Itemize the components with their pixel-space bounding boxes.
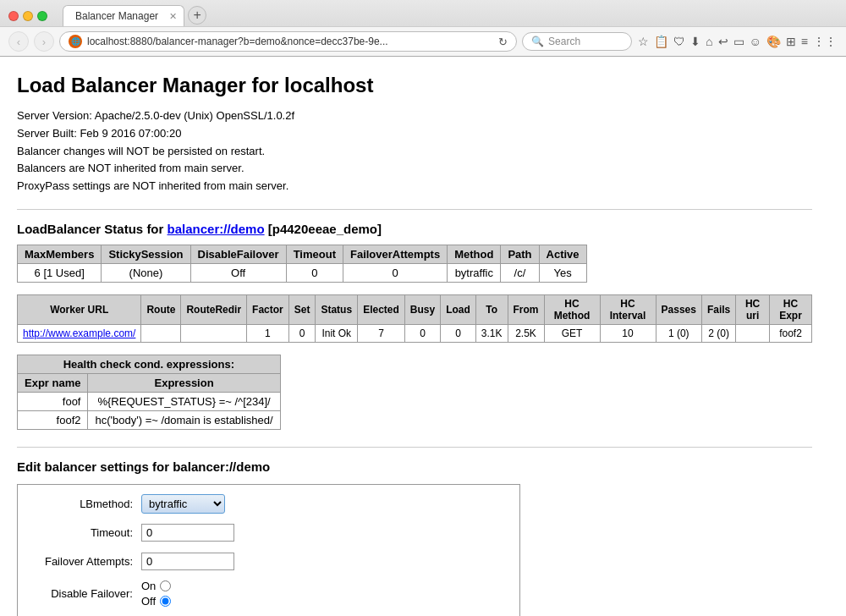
wh-routeredir: RouteRedir [181, 294, 247, 324]
worker-url-cell: http://www.example.com/ [18, 324, 141, 342]
address-bar[interactable]: 🌐 localhost:8880/balancer-manager?b=demo… [59, 31, 517, 52]
back2-icon[interactable]: ↩ [717, 33, 729, 50]
square-icon[interactable]: ▭ [733, 33, 745, 50]
edit-form-container: LBmethod: bytraffic byrequests bybusynes… [17, 484, 520, 616]
disable-failover-radios: On Off [141, 580, 171, 608]
worker-factor: 1 [247, 324, 289, 342]
worker-passes: 1 (0) [656, 324, 701, 342]
balancer-status-prefix: LoadBalancer Status for [17, 222, 168, 236]
server-info-line-2: Server Built: Feb 9 2016 07:00:20 [17, 125, 812, 143]
timeout-row: Timeout: [31, 522, 506, 544]
disable-failover-row: Disable Failover: On Off [31, 580, 506, 608]
table-row: http://www.example.com/ 1 0 Init Ok 7 0 … [18, 324, 812, 342]
worker-to: 3.1K [475, 324, 508, 342]
col-timeout: Timeout [286, 245, 343, 263]
worker-fails: 2 (0) [701, 324, 735, 342]
search-bar[interactable]: 🔍 Search [522, 32, 632, 51]
worker-hcmethod: GET [544, 324, 600, 342]
tab-close-icon[interactable]: ✕ [169, 11, 177, 22]
disable-off-radio[interactable] [160, 596, 171, 607]
wh-fails: Fails [701, 294, 735, 324]
star-icon[interactable]: ☆ [637, 33, 650, 50]
worker-hcinterval: 10 [600, 324, 656, 342]
cell-timeout: 0 [286, 263, 343, 282]
wh-route: Route [141, 294, 181, 324]
hc-expr-name-2: foof2 [18, 410, 88, 429]
refresh-icon[interactable]: ↻ [498, 36, 508, 48]
balancer-status-header-row: MaxMembers StickySession DisableFailover… [18, 245, 587, 263]
server-info-line-3: Balancer changes will NOT be persisted o… [17, 143, 812, 161]
globe-icon: 🌐 [69, 35, 82, 48]
disable-on-row: On [141, 580, 171, 592]
search-icon: 🔍 [531, 36, 544, 47]
worker-table: Worker URL Route RouteRedir Factor Set S… [17, 294, 812, 343]
balancer-link[interactable]: balancer://demo [168, 222, 265, 236]
address-text: localhost:8880/balancer-manager?b=demo&n… [87, 36, 490, 47]
cell-active: Yes [539, 263, 586, 282]
balancer-status-table: MaxMembers StickySession DisableFailover… [17, 245, 587, 283]
col-maxmembers: MaxMembers [18, 245, 102, 263]
home-icon[interactable]: ⌂ [705, 33, 713, 50]
bookmark-icon[interactable]: 📋 [653, 33, 669, 50]
hc-header-row: Health check cond. expressions: [18, 355, 281, 373]
cell-failoverattempts: 0 [343, 263, 447, 282]
wh-factor: Factor [247, 294, 289, 324]
cell-maxmembers: 6 [1 Used] [18, 263, 102, 282]
wh-url: Worker URL [18, 294, 141, 324]
hc-expr-val-2: hc('body') =~ /domain is established/ [88, 410, 280, 429]
forward-button[interactable]: › [34, 31, 54, 52]
balancer-status-title: LoadBalancer Status for balancer://demo … [17, 222, 812, 236]
hc-col-expression: Expression [88, 373, 280, 392]
menu-icon[interactable]: ≡ [800, 33, 809, 50]
timeout-input[interactable] [141, 524, 234, 542]
edit-form-title: Edit balancer settings for balancer://de… [17, 459, 812, 474]
wh-to: To [475, 294, 508, 324]
close-button[interactable] [8, 11, 19, 21]
disable-on-radio[interactable] [160, 580, 171, 591]
emoji-icon[interactable]: ☺ [749, 33, 762, 50]
nav-bar: ‹ › 🌐 localhost:8880/balancer-manager?b=… [0, 26, 846, 56]
worker-set: 0 [288, 324, 316, 342]
back-button[interactable]: ‹ [8, 31, 29, 52]
wh-set: Set [288, 294, 316, 324]
table-row: foof2 hc('body') =~ /domain is establish… [18, 410, 281, 429]
disable-failover-label: Disable Failover: [31, 587, 141, 600]
minimize-button[interactable] [23, 11, 33, 21]
color-icon[interactable]: 🎨 [766, 33, 782, 50]
lbmethod-label: LBmethod: [31, 498, 141, 510]
server-info-line-5: ProxyPass settings are NOT inherited fro… [17, 178, 812, 195]
lbmethod-select-wrapper: bytraffic byrequests bybusyness heartbea… [141, 494, 225, 514]
hc-title: Health check cond. expressions: [18, 355, 281, 373]
worker-elected: 7 [358, 324, 405, 342]
health-check-table: Health check cond. expressions: Expr nam… [17, 355, 281, 430]
tab-title: Balancer Manager [75, 10, 158, 22]
failover-control [141, 553, 506, 570]
worker-routeredir [181, 324, 247, 342]
col-disablefailover: DisableFailover [190, 245, 286, 263]
wh-passes: Passes [656, 294, 701, 324]
worker-route [141, 324, 181, 342]
maximize-button[interactable] [37, 11, 47, 21]
grid-icon[interactable]: ⋮⋮ [812, 33, 838, 50]
extensions-icon[interactable]: ⊞ [785, 33, 797, 50]
col-method: Method [448, 245, 501, 263]
new-tab-button[interactable]: + [188, 6, 206, 25]
wh-hcinterval: HC Interval [600, 294, 656, 324]
active-tab[interactable]: Balancer Manager ✕ [63, 5, 184, 26]
shield-icon[interactable]: 🛡 [673, 33, 686, 50]
failover-row: Failover Attempts: [31, 551, 506, 573]
download-icon[interactable]: ⬇ [689, 33, 701, 50]
wh-elected: Elected [358, 294, 405, 324]
hc-expr-name-1: foof [18, 392, 88, 410]
divider-2 [17, 447, 812, 448]
failover-input[interactable] [141, 553, 234, 570]
worker-header-row: Worker URL Route RouteRedir Factor Set S… [18, 294, 812, 324]
worker-url-link[interactable]: http://www.example.com/ [23, 327, 135, 339]
lbmethod-select[interactable]: bytraffic byrequests bybusyness heartbea… [141, 494, 225, 514]
wh-hcmethod: HC Method [544, 294, 600, 324]
balancer-status-suffix: [p4420eeae_demo] [265, 222, 382, 236]
col-active: Active [539, 245, 586, 263]
wh-hcexpr: HC Expr [769, 294, 811, 324]
worker-from: 2.5K [508, 324, 544, 342]
forward-icon: › [42, 36, 46, 48]
